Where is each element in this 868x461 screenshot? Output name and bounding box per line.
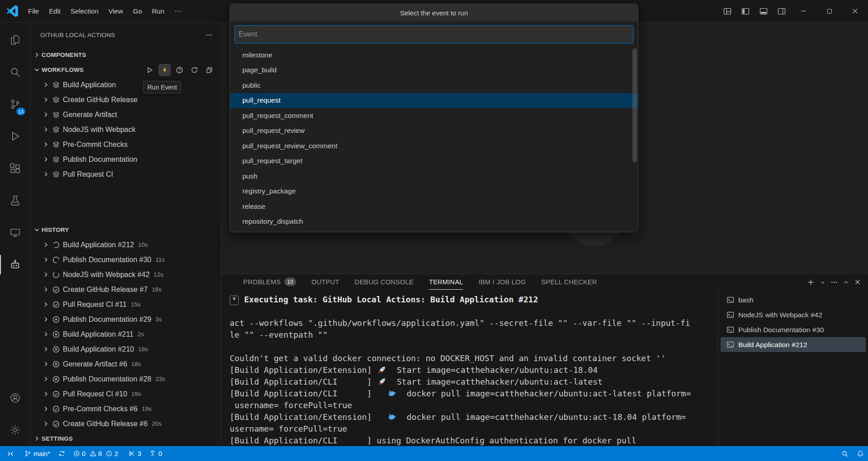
event-option-pull-request[interactable]: pull_request	[230, 93, 638, 108]
terminal-session-build-application-212[interactable]: Build Application #212	[721, 337, 866, 352]
history-item-publish-documentation-30[interactable]: Publish Documentation #3011s	[30, 252, 221, 267]
help-icon[interactable]	[174, 64, 185, 76]
event-option-push[interactable]: push	[230, 169, 638, 184]
close-panel-icon[interactable]	[853, 276, 863, 288]
branch-item[interactable]: main*	[20, 446, 54, 461]
window-minimize-button[interactable]	[791, 0, 816, 23]
window-close-button[interactable]	[842, 0, 868, 23]
history-run-duration: 15s	[131, 301, 141, 308]
sync-button[interactable]	[54, 446, 69, 461]
menu-view[interactable]: View	[104, 5, 128, 18]
terminal-output[interactable]: *Executing task: GitHub Local Actions: B…	[222, 290, 718, 446]
history-item-pre-commit-checks-6[interactable]: Pre-Commit Checks #619s	[30, 401, 221, 416]
section-settings[interactable]: SETTINGS	[30, 431, 221, 446]
section-workflows[interactable]: WORKFLOWS	[30, 62, 221, 77]
activitybar-explorer[interactable]	[0, 24, 30, 56]
history-item-publish-documentation-29[interactable]: Publish Documentation #293s	[30, 312, 221, 327]
terminal-dropdown-icon[interactable]	[817, 276, 827, 288]
event-option-registry-package[interactable]: registry_package	[230, 184, 638, 199]
quickpick-scrollbar[interactable]	[632, 48, 637, 162]
activitybar-manage[interactable]	[0, 414, 30, 446]
workflow-item-nodejs-with-webpack[interactable]: NodeJS with Webpack	[30, 122, 221, 137]
sidebar-more-actions-icon[interactable]	[205, 31, 213, 39]
menu-file[interactable]: File	[23, 5, 44, 18]
remote-indicator[interactable]	[0, 446, 20, 461]
menu-run[interactable]: Run	[147, 5, 170, 18]
panel-more-actions-icon[interactable]	[829, 276, 839, 288]
activitybar-remote-explorer[interactable]	[0, 216, 30, 249]
activitybar-run-and-debug[interactable]	[0, 120, 30, 152]
history-item-build-application-211[interactable]: Build Application #2112s	[30, 327, 221, 342]
customize-layout-icon[interactable]	[718, 4, 736, 19]
section-components[interactable]: COMPONENTS	[30, 47, 221, 62]
activitybar-testing[interactable]	[0, 184, 30, 216]
activitybar-extensions[interactable]	[0, 152, 30, 184]
panel-tab-terminal[interactable]: TERMINAL	[429, 274, 463, 290]
event-option-repository-dispatch[interactable]: repository_dispatch	[230, 214, 638, 230]
terminal-icon	[726, 341, 734, 348]
activitybar-source-control[interactable]: 13	[0, 88, 30, 120]
panel-tab-ibm-i-job-log[interactable]: IBM I JOB LOG	[478, 274, 526, 290]
workflow-item-build-application[interactable]: Build Application	[30, 77, 221, 92]
history-item-create-github-release-7[interactable]: Create GitHub Release #718s	[30, 282, 221, 297]
event-option-milestone[interactable]: milestone	[230, 47, 638, 63]
run-event-icon[interactable]	[159, 64, 170, 76]
terminal-session-bash[interactable]: bash	[721, 292, 866, 307]
panel-tab-problems[interactable]: PROBLEMS10	[243, 274, 296, 290]
snippets-indicator[interactable]: 3	[124, 446, 145, 461]
history-item-build-application-210[interactable]: Build Application #21018s	[30, 342, 221, 357]
terminal-icon	[726, 326, 734, 334]
workflow-item-generate-artifact[interactable]: Generate Artifact	[30, 107, 221, 122]
workflow-item-publish-documentation[interactable]: Publish Documentation	[30, 152, 221, 167]
run-workflow-icon[interactable]	[144, 64, 156, 76]
menu-go[interactable]: Go	[128, 5, 147, 18]
toggle-primary-sidebar-icon[interactable]	[736, 4, 755, 19]
event-option-release[interactable]: release	[230, 199, 638, 214]
toggle-secondary-sidebar-icon[interactable]	[773, 4, 791, 19]
history-run-name: Publish Documentation #28	[63, 375, 151, 383]
panel-tab-output[interactable]: OUTPUT	[311, 274, 339, 290]
refresh-icon[interactable]	[189, 64, 200, 76]
window-maximize-button[interactable]	[816, 0, 842, 23]
history-item-nodejs-with-webpack-42[interactable]: NodeJS with Webpack #4212s	[30, 267, 221, 282]
section-history[interactable]: HISTORY	[30, 222, 221, 237]
problems-summary[interactable]: 0 8 2	[69, 446, 124, 461]
history-item-create-github-release-6[interactable]: Create GitHub Release #620s	[30, 416, 221, 431]
maximize-panel-icon[interactable]	[841, 276, 851, 288]
menu-edit[interactable]: Edit	[44, 5, 66, 18]
accounts-icon	[9, 392, 21, 404]
event-option-pull-request-review-comment[interactable]: pull_request_review_comment	[230, 138, 638, 154]
terminal-session-publish-documentation-30[interactable]: Publish Documentation #30	[721, 322, 866, 337]
event-option-pull-request-target[interactable]: pull_request_target	[230, 154, 638, 169]
workflow-item-pre-commit-checks[interactable]: Pre-Commit Checks	[30, 137, 221, 152]
history-item-generate-artifact-6[interactable]: Generate Artifact #618s	[30, 357, 221, 372]
notifications-bell[interactable]	[853, 446, 868, 461]
new-terminal-icon[interactable]	[806, 276, 816, 288]
workflow-item-pull-request-ci[interactable]: Pull Request CI	[30, 167, 221, 182]
activitybar-accounts[interactable]	[0, 382, 30, 414]
ports-indicator[interactable]: 0	[145, 446, 166, 461]
event-option-pull-request-comment[interactable]: pull_request_comment	[230, 108, 638, 123]
activitybar-github-local-actions[interactable]	[0, 249, 30, 281]
activitybar-search[interactable]	[0, 56, 30, 88]
terminal-session-nodejs-with-webpack-42[interactable]: NodeJS with Webpack #42	[721, 307, 866, 322]
terminal-icon	[726, 296, 734, 304]
collapse-workflows-icon[interactable]	[203, 64, 215, 76]
history-item-pull-request-ci-10[interactable]: Pull Request CI #1019s	[30, 386, 221, 401]
toggle-panel-icon[interactable]	[755, 4, 773, 19]
menu-more[interactable]: ⋯	[170, 5, 186, 18]
menu-selection[interactable]: Selection	[66, 5, 104, 18]
event-option-public[interactable]: public	[230, 78, 638, 93]
history-item-publish-documentation-28[interactable]: Publish Documentation #2823s	[30, 372, 221, 386]
workflow-item-create-github-release[interactable]: Create GitHub Release	[30, 92, 221, 107]
panel-tab-spell-checker[interactable]: SPELL CHECKER	[541, 274, 597, 290]
event-option-page-build[interactable]: page_build	[230, 63, 638, 78]
event-option-pull-request-review[interactable]: pull_request_review	[230, 123, 638, 139]
event-input[interactable]	[235, 25, 633, 43]
panel-tab-debug-console[interactable]: DEBUG CONSOLE	[354, 274, 413, 290]
history-item-pull-request-ci-11[interactable]: Pull Request CI #1115s	[30, 297, 221, 312]
event-option-schedule[interactable]: schedule	[230, 229, 638, 232]
statusbar-search[interactable]	[837, 446, 853, 461]
history-item-build-application-212[interactable]: Build Application #21210s	[30, 237, 221, 252]
chevron-right-icon	[42, 81, 50, 89]
